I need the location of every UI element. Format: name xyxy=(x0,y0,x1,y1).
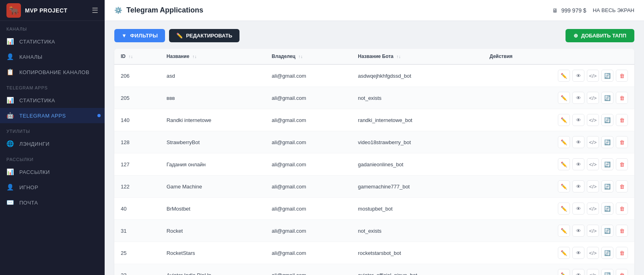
edit-row-button[interactable]: ✏️ xyxy=(558,225,570,237)
sidebar-item-tg-statistics[interactable]: 📊 СТАТИСТИКА xyxy=(0,93,105,108)
edit-row-button[interactable]: ✏️ xyxy=(558,158,570,170)
add-tapp-button[interactable]: ⊕ ДОБАВИТЬ ТАПП xyxy=(566,29,634,42)
section-utils-label: Утилиты xyxy=(0,123,105,136)
col-id[interactable]: ID ↑↓ xyxy=(114,49,160,64)
col-bot-name[interactable]: Название Бота ↑↓ xyxy=(351,49,483,64)
cell-owner: ali@gmail.com xyxy=(265,198,351,220)
cell-id: 25 xyxy=(114,242,160,264)
sync-row-button[interactable]: 🔄 xyxy=(601,269,613,275)
cell-bot-name: mostupbet_bot xyxy=(351,198,483,220)
delete-row-button[interactable]: 🗑 xyxy=(616,180,628,192)
view-row-button[interactable]: 👁 xyxy=(572,136,584,148)
code-row-button[interactable]: </> xyxy=(587,70,599,82)
code-row-button[interactable]: </> xyxy=(587,158,599,170)
cell-owner: ali@gmail.com xyxy=(265,87,351,109)
col-name[interactable]: Название ↑↓ xyxy=(160,49,265,64)
edit-row-button[interactable]: ✏️ xyxy=(558,92,570,104)
code-row-button[interactable]: </> xyxy=(587,225,599,237)
edit-row-button[interactable]: ✏️ xyxy=(558,180,570,192)
sidebar-item-tg-apps[interactable]: 🤖 TELEGRAM APPS xyxy=(0,108,105,123)
cell-actions: ✏️ 👁 </> 🔄 🗑 xyxy=(483,176,634,197)
edit-button[interactable]: ✏️ РЕДАКТИРОВАТЬ xyxy=(169,29,239,42)
sidebar-item-label: ПОЧТА xyxy=(19,200,38,206)
cell-actions: ✏️ 👁 </> 🔄 🗑 xyxy=(483,109,634,131)
delete-row-button[interactable]: 🗑 xyxy=(616,114,628,126)
sidebar-item-label: РАССЫЛКИ xyxy=(19,169,50,175)
sync-row-button[interactable]: 🔄 xyxy=(601,203,613,215)
view-row-button[interactable]: 👁 xyxy=(572,225,584,237)
table-row: 40 BrMostbet ali@gmail.com mostupbet_bot… xyxy=(114,198,634,220)
code-row-button[interactable]: </> xyxy=(587,92,599,104)
cell-owner: ali@gmail.com xyxy=(265,176,351,198)
content-area: ▼ ФИЛЬТРЫ ✏️ РЕДАКТИРОВАТЬ ⊕ ДОБАВИТЬ ТА… xyxy=(105,21,644,275)
cell-id: 40 xyxy=(114,198,160,220)
edit-row-button[interactable]: ✏️ xyxy=(558,203,570,215)
delete-row-button[interactable]: 🗑 xyxy=(616,269,628,275)
edit-row-button[interactable]: ✏️ xyxy=(558,269,570,275)
sidebar-item-mail[interactable]: ✉️ ПОЧТА xyxy=(0,195,105,210)
code-row-button[interactable]: </> xyxy=(587,247,599,259)
sync-row-button[interactable]: 🔄 xyxy=(601,225,613,237)
cell-owner: ali@gmail.com xyxy=(265,109,351,131)
sidebar-item-mailings[interactable]: 📊 РАССЫЛКИ xyxy=(0,164,105,180)
sidebar-item-label: TELEGRAM APPS xyxy=(19,113,66,119)
menu-icon[interactable]: ☰ xyxy=(92,6,98,15)
filter-button[interactable]: ▼ ФИЛЬТРЫ xyxy=(114,29,165,42)
sidebar-item-landings[interactable]: 🌐 ЛЭНДИНГИ xyxy=(0,136,105,151)
topbar: ⚙️ Telegram Applications 🖥 999 979 $ НА … xyxy=(105,0,644,21)
view-row-button[interactable]: 👁 xyxy=(572,269,584,275)
sync-row-button[interactable]: 🔄 xyxy=(601,247,613,259)
view-row-button[interactable]: 👁 xyxy=(572,158,584,170)
sidebar-item-copy-channels[interactable]: 📋 КОПИРОВАНИЕ КАНАЛОВ xyxy=(0,64,105,80)
delete-row-button[interactable]: 🗑 xyxy=(616,225,628,237)
delete-row-button[interactable]: 🗑 xyxy=(616,70,628,82)
delete-row-button[interactable]: 🗑 xyxy=(616,203,628,215)
fullscreen-button[interactable]: НА ВЕСЬ ЭКРАН xyxy=(593,7,634,13)
delete-row-button[interactable]: 🗑 xyxy=(616,247,628,259)
cell-bot-name: aviator_official_pinup_bot xyxy=(351,264,483,275)
cell-actions: ✏️ 👁 </> 🔄 🗑 xyxy=(483,220,634,242)
filter-icon: ▼ xyxy=(122,33,127,39)
code-row-button[interactable]: </> xyxy=(587,269,599,275)
cell-name: Rocket xyxy=(160,220,265,242)
edit-row-button[interactable]: ✏️ xyxy=(558,136,570,148)
main-area: ⚙️ Telegram Applications 🖥 999 979 $ НА … xyxy=(105,0,644,275)
sync-row-button[interactable]: 🔄 xyxy=(601,180,613,192)
table-row: 127 Гадания онлайн ali@gmail.com gadanie… xyxy=(114,153,634,176)
sync-row-button[interactable]: 🔄 xyxy=(601,70,613,82)
view-row-button[interactable]: 👁 xyxy=(572,203,584,215)
sync-row-button[interactable]: 🔄 xyxy=(601,158,613,170)
globe-icon: 🌐 xyxy=(6,140,14,147)
section-mailings-label: Рассылки xyxy=(0,151,105,164)
col-owner[interactable]: Владелец ↑↓ xyxy=(265,49,351,64)
view-row-button[interactable]: 👁 xyxy=(572,247,584,259)
sidebar-item-channels[interactable]: 👤 КАНАЛЫ xyxy=(0,49,105,64)
col-actions: Действия xyxy=(483,49,634,64)
code-row-button[interactable]: </> xyxy=(587,136,599,148)
sync-row-button[interactable]: 🔄 xyxy=(601,92,613,104)
cell-actions: ✏️ 👁 </> 🔄 🗑 xyxy=(483,65,634,87)
edit-row-button[interactable]: ✏️ xyxy=(558,114,570,126)
view-row-button[interactable]: 👁 xyxy=(572,70,584,82)
delete-row-button[interactable]: 🗑 xyxy=(616,158,628,170)
cell-name: Aviator India PinUp xyxy=(160,264,265,275)
code-row-button[interactable]: </> xyxy=(587,180,599,192)
delete-row-button[interactable]: 🗑 xyxy=(616,92,628,104)
view-row-button[interactable]: 👁 xyxy=(572,180,584,192)
view-row-button[interactable]: 👁 xyxy=(572,92,584,104)
sync-row-button[interactable]: 🔄 xyxy=(601,136,613,148)
edit-row-button[interactable]: ✏️ xyxy=(558,70,570,82)
sidebar-item-ignore[interactable]: 👤 ИГНОР xyxy=(0,180,105,195)
edit-row-button[interactable]: ✏️ xyxy=(558,247,570,259)
delete-row-button[interactable]: 🗑 xyxy=(616,136,628,148)
sidebar-item-statistics1[interactable]: 📊 СТАТИСТИКА xyxy=(0,34,105,49)
sync-row-button[interactable]: 🔄 xyxy=(601,114,613,126)
code-row-button[interactable]: </> xyxy=(587,114,599,126)
cell-id: 128 xyxy=(114,131,160,153)
cell-owner: ali@gmail.com xyxy=(265,131,351,153)
section-channels-label: Каналы xyxy=(0,21,105,34)
view-row-button[interactable]: 👁 xyxy=(572,114,584,126)
code-row-button[interactable]: </> xyxy=(587,203,599,215)
logo-icon: 🐂 xyxy=(6,3,21,18)
cell-name: Randki internetowe xyxy=(160,109,265,131)
